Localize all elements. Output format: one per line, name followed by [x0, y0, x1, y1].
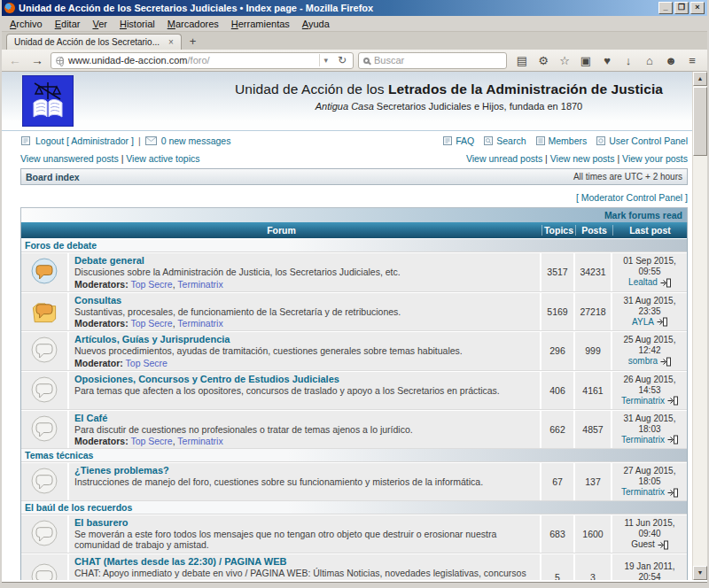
- forum-cell: El CaféPara discutir de cuestiones no pr…: [69, 411, 541, 449]
- menu-herramientas[interactable]: Herramientas: [225, 17, 296, 31]
- scroll-up-icon[interactable]: ▲: [693, 72, 707, 86]
- menu-editar[interactable]: Editar: [49, 17, 87, 31]
- hamburger-menu-icon[interactable]: ≡: [682, 55, 703, 66]
- category-title-link[interactable]: El baúl de los recuerdos: [25, 502, 132, 513]
- scroll-down-icon[interactable]: ▼: [693, 566, 707, 580]
- view-latest-post-icon[interactable]: [658, 540, 668, 550]
- mark-forums-read-link[interactable]: Mark forums read: [604, 210, 682, 220]
- forum-search-link[interactable]: Search: [496, 135, 526, 146]
- view-link-right-2[interactable]: View new posts: [550, 153, 615, 164]
- view-link-left-2[interactable]: View active topics: [126, 153, 199, 164]
- minimize-button[interactable]: _: [658, 2, 673, 14]
- view-link-left-1[interactable]: View unanswered posts: [20, 153, 119, 164]
- moderator-control-panel-link[interactable]: [ Moderator Control Panel ]: [576, 192, 688, 203]
- forum-link[interactable]: Consultas: [74, 295, 121, 306]
- url-bar[interactable]: www.unidad-de-accion.com/foro/ ▾ ↻: [51, 52, 354, 69]
- vertical-scrollbar[interactable]: ▲ ▼: [692, 72, 707, 580]
- search-input[interactable]: [374, 55, 502, 66]
- moderator-link[interactable]: Terminatrix: [177, 279, 222, 290]
- board-index-link[interactable]: Board index: [26, 172, 80, 182]
- reload-icon[interactable]: ↻: [336, 54, 348, 66]
- moderator-link[interactable]: Top Secre: [126, 358, 168, 368]
- forum-table-header: Forum Topics Posts Last post: [21, 222, 687, 239]
- forward-icon[interactable]: →: [28, 54, 46, 66]
- logout-link[interactable]: Logout [ Administrador ]: [35, 135, 134, 146]
- downloads-icon[interactable]: ↓: [618, 55, 639, 66]
- forum-link[interactable]: Oposiciones, Concursos y Centro de Estud…: [74, 374, 339, 385]
- chat-icon[interactable]: ☻: [660, 55, 682, 66]
- settings-gear-icon[interactable]: ⚙: [533, 55, 554, 66]
- scrollbar-thumb[interactable]: [693, 87, 707, 156]
- moderator-link[interactable]: Top Secre: [130, 318, 172, 329]
- view-latest-post-icon[interactable]: [667, 488, 678, 498]
- view-link-right-1[interactable]: View unread posts: [466, 153, 542, 164]
- forum-posts-count: 1600: [575, 515, 612, 553]
- mark-forums-read-bar: Mark forums read: [20, 207, 688, 222]
- home-icon[interactable]: ⌂: [639, 55, 660, 66]
- forum-topics-count: 5: [541, 554, 575, 580]
- forum-description: Sustantivas, procesales, de funcionamien…: [74, 307, 534, 318]
- pocket-heart-icon[interactable]: ♥: [596, 55, 618, 66]
- url-dropdown-icon[interactable]: ▾: [319, 54, 331, 66]
- view-latest-post-icon[interactable]: [667, 396, 678, 406]
- view-link-right-3[interactable]: View your posts: [622, 153, 688, 164]
- menu-ver[interactable]: Ver: [86, 17, 113, 31]
- back-icon[interactable]: ←: [6, 54, 24, 66]
- moderator-link[interactable]: Top Secre: [130, 436, 172, 446]
- view-latest-post-icon[interactable]: [660, 357, 671, 367]
- menu-archivo[interactable]: Archivo: [4, 17, 49, 31]
- print-icon[interactable]: ▤: [511, 55, 533, 66]
- forum-description: Para discutir de cuestiones no profesion…: [74, 425, 534, 436]
- menu-bar: ArchivoEditarVerHistorialMarcadoresHerra…: [2, 16, 707, 32]
- moderator-link[interactable]: Terminatrix: [177, 318, 222, 329]
- faq-link[interactable]: FAQ: [456, 135, 474, 146]
- view-latest-post-icon[interactable]: [660, 278, 671, 288]
- title-bar: Unidad de Acción de los Secretarios Judi…: [2, 0, 707, 16]
- forum-link[interactable]: ¿Tienes problemas?: [74, 465, 169, 476]
- last-post-user-row: AYLA: [632, 317, 667, 328]
- toolbar-icons: ▤⚙☆▣♥↓⌂☻≡: [511, 55, 703, 66]
- new-tab-button[interactable]: +: [182, 34, 205, 50]
- clipboard-icon[interactable]: ▣: [575, 55, 596, 66]
- user-control-panel-link[interactable]: User Control Panel: [609, 135, 688, 146]
- menu-historial[interactable]: Historial: [113, 17, 161, 31]
- browser-tab[interactable]: Unidad de Acción de los Secretario... ×: [6, 34, 182, 50]
- last-post-user[interactable]: sombra: [628, 356, 658, 367]
- bookmark-star-icon[interactable]: ☆: [554, 55, 575, 66]
- menu-ayuda[interactable]: Ayuda: [296, 17, 336, 31]
- forum-cell: El basureroSe moverán a este foro todos …: [69, 515, 541, 553]
- category-title-link[interactable]: Foros de debate: [25, 240, 97, 251]
- last-post-cell: 01 Sep 2015, 09:55Lealtad: [612, 253, 687, 291]
- search-box[interactable]: [358, 52, 507, 69]
- forum-link[interactable]: El basurero: [74, 517, 129, 529]
- forum-link[interactable]: Debate general: [74, 255, 144, 267]
- forum-link[interactable]: CHAT (Martes desde las 22:30) / PAGINA W…: [74, 556, 286, 568]
- last-post-user[interactable]: Lealtad: [628, 277, 658, 288]
- view-links-right: View unread posts | View new posts | Vie…: [466, 153, 688, 164]
- last-post-user[interactable]: Terminatrix: [621, 396, 665, 406]
- members-link[interactable]: Members: [549, 135, 588, 146]
- close-button[interactable]: ×: [690, 2, 705, 14]
- forum-link[interactable]: El Café: [74, 413, 107, 424]
- site-subtitle-rest: Secretarios Judiciales e Hijos, fundada …: [374, 101, 582, 112]
- site-logo-book-scales-icon[interactable]: [22, 75, 74, 128]
- new-messages-link[interactable]: 0 new messages: [161, 135, 231, 146]
- last-post-user[interactable]: AYLA: [632, 317, 654, 328]
- moderator-link[interactable]: Top Secre: [130, 279, 172, 290]
- forum-link[interactable]: Artículos, Guías y Jurisprudencia: [74, 334, 230, 345]
- maximize-button[interactable]: ❐: [674, 2, 689, 14]
- moderator-link[interactable]: Terminatrix: [177, 436, 222, 446]
- category-title-link[interactable]: Temas técnicas: [25, 450, 93, 460]
- forum-read-icon: [28, 561, 60, 580]
- view-latest-post-icon[interactable]: [657, 317, 667, 327]
- last-post-user[interactable]: Terminatrix: [621, 487, 665, 498]
- last-post-user[interactable]: Terminatrix: [621, 435, 665, 445]
- forum-topics-count: 3517: [541, 253, 575, 291]
- site-identity-globe-icon[interactable]: [56, 57, 64, 65]
- tab-close-icon[interactable]: ×: [168, 37, 174, 47]
- view-latest-post-icon[interactable]: [667, 435, 678, 445]
- menu-marcadores[interactable]: Marcadores: [161, 17, 225, 31]
- search-icon: [363, 58, 370, 64]
- forum-status-icon-cell: [21, 554, 69, 580]
- site-header: Unidad de Acción de los Letrados de la A…: [2, 72, 692, 131]
